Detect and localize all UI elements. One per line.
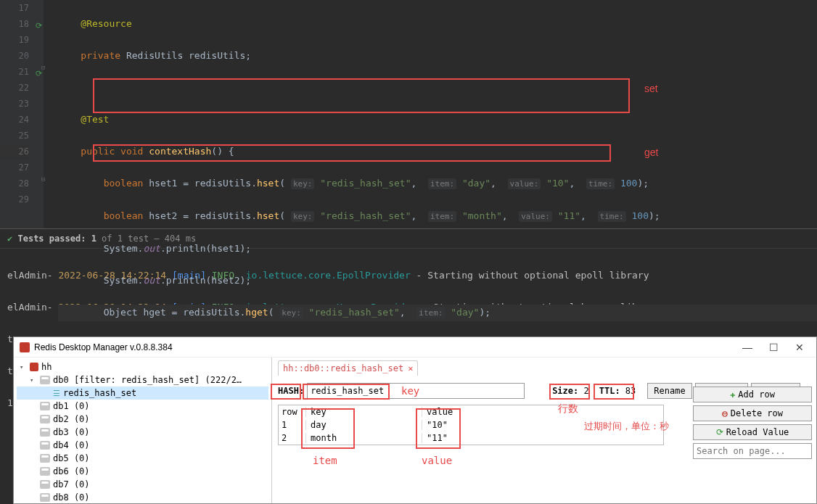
annot-box bbox=[271, 384, 301, 400]
fold-icon[interactable]: ⊟ bbox=[41, 64, 45, 71]
param-hint: item: bbox=[428, 178, 456, 189]
param-hint: value: bbox=[508, 178, 541, 189]
annotation: @Test bbox=[81, 114, 109, 125]
reload-button[interactable]: ⟳Reload Value bbox=[693, 424, 812, 440]
code-editor[interactable]: 17 18⟳ 19 20 21⟳ 22 23 24 25 26 27 28 29… bbox=[0, 0, 817, 228]
db-icon bbox=[40, 454, 50, 463]
line-num: 19 bbox=[19, 35, 29, 45]
plus-icon: ✚ bbox=[730, 389, 735, 400]
close-button[interactable]: ✕ bbox=[789, 342, 810, 353]
rdm-window[interactable]: Redis Desktop Manager v.0.8.8.384 — ☐ ✕ … bbox=[13, 336, 817, 504]
db-icon bbox=[40, 467, 50, 476]
param-hint: item: bbox=[428, 211, 456, 222]
annot-item: item bbox=[313, 455, 337, 466]
annot-value: value bbox=[422, 455, 452, 466]
tree-db[interactable]: db6 (0) bbox=[17, 465, 268, 478]
delete-row-button[interactable]: ⊖Delete row bbox=[693, 405, 812, 421]
line-num: 29 bbox=[19, 194, 29, 205]
line-num: 17 bbox=[19, 3, 29, 13]
tree-db[interactable]: db7 (0) bbox=[17, 478, 268, 491]
line-num: 20 bbox=[19, 51, 29, 61]
highlight-get-box bbox=[93, 144, 611, 162]
delete-icon: ⊖ bbox=[722, 408, 728, 419]
line-num: 24 bbox=[19, 115, 29, 125]
annot-box bbox=[301, 408, 355, 449]
line-num: 22 bbox=[19, 83, 29, 93]
line-num: 28 bbox=[19, 178, 29, 189]
rename-button[interactable]: Rename bbox=[647, 383, 691, 399]
maximize-button[interactable]: ☐ bbox=[763, 342, 784, 353]
rdm-title-text: Redis Desktop Manager v.0.8.8.384 bbox=[34, 342, 173, 352]
tree-key-selected[interactable]: ☰redis_hash_set bbox=[17, 387, 268, 400]
param-hint: key: bbox=[291, 211, 315, 222]
db-icon bbox=[40, 441, 50, 450]
fold-icon[interactable]: ⊟ bbox=[41, 175, 45, 183]
tree-conn[interactable]: ▾hh bbox=[17, 360, 268, 373]
line-num: 27 bbox=[19, 162, 29, 173]
tree-db[interactable]: db4 (0) bbox=[17, 439, 268, 452]
highlight-set-box bbox=[93, 78, 630, 113]
param-hint: key: bbox=[291, 178, 315, 189]
annot-box bbox=[549, 384, 590, 400]
annot-get: get bbox=[644, 146, 658, 158]
param-hint: key: bbox=[279, 307, 303, 318]
annot-rows: 行数 bbox=[558, 402, 578, 416]
tree-db0[interactable]: ▾db0 [filter: redis_hash_set] (222/2… bbox=[17, 373, 268, 387]
annot-set: set bbox=[644, 83, 658, 94]
minimize-button[interactable]: — bbox=[736, 342, 758, 353]
db-icon bbox=[40, 480, 50, 489]
rdm-tab[interactable]: hh::db0::redis_hash_set✕ bbox=[278, 360, 418, 376]
annot-box bbox=[416, 408, 461, 449]
rdm-titlebar[interactable]: Redis Desktop Manager v.0.8.8.384 — ☐ ✕ bbox=[14, 337, 816, 358]
close-icon[interactable]: ✕ bbox=[408, 363, 413, 373]
search-input[interactable] bbox=[693, 443, 812, 459]
key-icon: ☰ bbox=[53, 389, 60, 398]
param-hint: time: bbox=[598, 211, 626, 222]
reload-icon: ⟳ bbox=[716, 427, 723, 437]
tree-db[interactable]: db3 (0) bbox=[17, 426, 268, 439]
annot-box bbox=[303, 384, 390, 400]
line-num: 18 bbox=[19, 19, 29, 29]
db-icon bbox=[40, 428, 50, 437]
line-num: 21 bbox=[19, 67, 29, 77]
run-icon[interactable]: ⟳ bbox=[36, 18, 42, 34]
tree-db[interactable]: db1 (0) bbox=[17, 400, 268, 413]
tree-db[interactable]: db5 (0) bbox=[17, 452, 268, 465]
annot-key: key bbox=[401, 385, 419, 397]
tree-db[interactable]: db8 (0) bbox=[17, 491, 268, 503]
line-num: 25 bbox=[19, 131, 29, 141]
rdm-app-icon bbox=[20, 342, 30, 352]
tree-db[interactable]: db2 (0) bbox=[17, 413, 268, 426]
rdm-tree[interactable]: ▾hh ▾db0 [filter: redis_hash_set] (222/2… bbox=[14, 358, 272, 503]
line-num: 26 bbox=[19, 146, 29, 157]
param-hint: value: bbox=[519, 211, 552, 222]
db-icon bbox=[40, 493, 50, 502]
check-icon: ✔ bbox=[7, 234, 12, 244]
rdm-main: hh::db0::redis_hash_set✕ HASH: Size: 2 T… bbox=[272, 358, 816, 503]
db-icon bbox=[40, 415, 50, 424]
db-icon bbox=[40, 376, 50, 384]
annotation: @Resource bbox=[81, 18, 131, 29]
annot-box bbox=[594, 384, 634, 400]
line-num: 23 bbox=[19, 99, 29, 109]
gutter: 17 18⟳ 19 20 21⟳ 22 23 24 25 26 27 28 29 bbox=[0, 0, 44, 228]
side-buttons: ✚Add row ⊖Delete row ⟳Reload Value bbox=[693, 387, 812, 459]
param-hint: item: bbox=[416, 307, 445, 318]
add-row-button[interactable]: ✚Add row bbox=[693, 387, 812, 402]
annot-ttl: 过期时间，单位：秒 bbox=[584, 420, 669, 433]
param-hint: time: bbox=[586, 178, 615, 189]
server-icon bbox=[30, 363, 38, 371]
db-icon bbox=[40, 402, 50, 410]
